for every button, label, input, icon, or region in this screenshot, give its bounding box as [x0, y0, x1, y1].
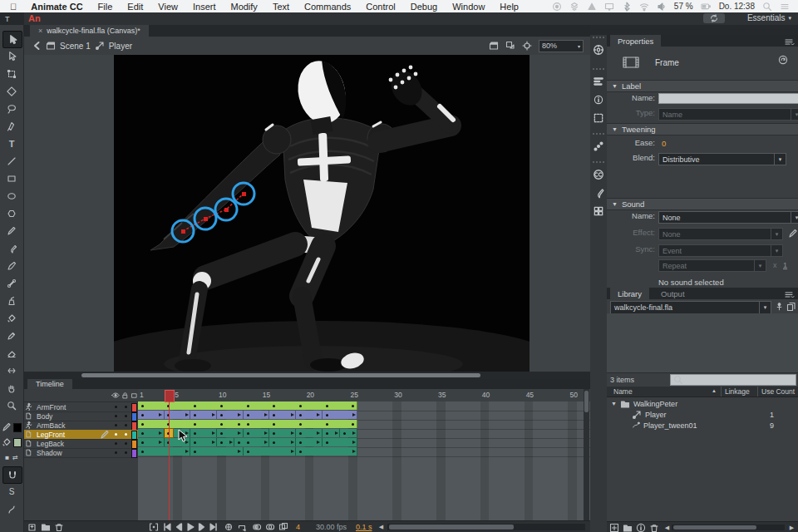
apple-menu-icon[interactable]:  — [0, 2, 23, 12]
dock-transform-icon[interactable] — [592, 111, 605, 125]
tool-gradient-transform[interactable] — [2, 83, 21, 99]
layer-row-shadow[interactable]: Shadow — [23, 448, 138, 458]
new-symbol-button[interactable] — [608, 523, 619, 532]
sort-asc-icon[interactable]: ▲ — [712, 388, 717, 393]
keyframe-dot[interactable] — [299, 414, 302, 416]
item-properties-button[interactable] — [635, 523, 646, 532]
smooth-option[interactable]: S — [2, 484, 21, 500]
edit-symbols-button[interactable] — [505, 41, 515, 51]
keyframe-dot[interactable] — [326, 405, 328, 407]
lock-dot[interactable] — [125, 406, 127, 408]
panel-menu-icon[interactable] — [784, 37, 795, 46]
scroll-thumb[interactable] — [389, 525, 514, 530]
visibility-dot[interactable] — [115, 451, 117, 454]
frames-body[interactable] — [138, 401, 590, 520]
stroke-color-swatch[interactable] — [13, 423, 22, 432]
expand-triangle-icon[interactable]: ▼ — [611, 401, 617, 406]
keyframe-dot[interactable] — [273, 432, 275, 435]
lock-dot[interactable] — [125, 451, 127, 454]
scroll-thumb[interactable] — [584, 391, 589, 412]
menu-item-file[interactable]: File — [91, 2, 121, 12]
tool-free-transform[interactable] — [2, 66, 21, 81]
frame-span[interactable] — [138, 429, 357, 437]
center-frame-indicator[interactable] — [148, 522, 159, 532]
tab-library[interactable]: Library — [610, 288, 649, 299]
keyframe-dot[interactable] — [194, 441, 196, 444]
dock-components-icon[interactable] — [592, 204, 605, 218]
center-frame-button[interactable] — [522, 41, 532, 51]
tool-pencil[interactable] — [2, 223, 21, 239]
tool-ink-bottle[interactable] — [2, 293, 21, 308]
back-button[interactable] — [32, 41, 42, 51]
screen-recorder-icon[interactable] — [552, 2, 562, 12]
keyframe-dot[interactable] — [299, 405, 302, 407]
keyframe-dot[interactable] — [352, 423, 354, 426]
column-divider[interactable] — [721, 387, 722, 397]
frame-span[interactable] — [138, 420, 357, 428]
menu-item-commands[interactable]: Commands — [297, 2, 358, 12]
lock-dot[interactable] — [125, 415, 127, 417]
pasteboard[interactable] — [23, 55, 590, 372]
new-folder-button[interactable] — [40, 522, 51, 532]
keyframe-dot[interactable] — [273, 405, 275, 407]
menu-item-view[interactable]: View — [150, 2, 185, 12]
tool-polystar[interactable] — [2, 205, 21, 221]
timeline-hscrollbar[interactable] — [387, 524, 585, 530]
swap-colors-icon[interactable]: ⇄ — [12, 454, 18, 461]
menu-item-window[interactable]: Window — [445, 2, 492, 12]
timeline-frames[interactable]: 15101520253035404550 — [138, 389, 590, 520]
tool-hand[interactable] — [2, 380, 21, 396]
pin-library-icon[interactable] — [775, 302, 784, 311]
timeline-vscrollbar[interactable] — [584, 389, 589, 520]
delete-layer-button[interactable] — [53, 522, 64, 532]
panel-menu-icon[interactable] — [784, 289, 795, 298]
keyframe-dot[interactable] — [326, 441, 328, 444]
keyframe-dot[interactable] — [194, 451, 196, 453]
fill-color-swatch[interactable] — [13, 438, 22, 447]
menu-item-insert[interactable]: Insert — [185, 2, 224, 12]
tool-selection[interactable] — [2, 31, 22, 48]
tool-bone[interactable] — [2, 275, 21, 291]
keyframe-dot[interactable] — [247, 414, 249, 416]
edit-scene-button[interactable] — [489, 41, 499, 51]
keyframe-dot[interactable] — [238, 441, 240, 444]
spotlight-icon[interactable] — [762, 2, 772, 12]
section-sound[interactable]: ▼ Sound — [607, 198, 798, 210]
visibility-dot[interactable] — [115, 442, 117, 445]
keyframe-dot[interactable] — [141, 451, 144, 453]
section-label[interactable]: ▼ Label — [607, 80, 798, 92]
layer-outline-swatch[interactable] — [131, 449, 137, 458]
keyframe-dot[interactable] — [326, 432, 328, 435]
visibility-dot[interactable] — [115, 406, 117, 408]
menu-item-debug[interactable]: Debug — [403, 2, 445, 12]
keyframe-dot[interactable] — [220, 414, 223, 416]
keyframe-dot[interactable] — [220, 441, 223, 444]
notification-center-icon[interactable] — [780, 2, 790, 12]
keyframe-dot[interactable] — [220, 423, 223, 426]
keyframe-dot[interactable] — [194, 423, 196, 426]
keyframe-dot[interactable] — [273, 414, 275, 416]
frame-span[interactable] — [138, 438, 357, 446]
col-linkage[interactable]: Linkage — [725, 387, 750, 396]
edit-effect-icon[interactable] — [788, 229, 798, 239]
snap-to-objects-toggle[interactable] — [2, 466, 22, 484]
delete-item-button[interactable] — [648, 523, 659, 532]
frame-span[interactable] — [138, 401, 357, 410]
edit-multiple-frames-button[interactable] — [278, 522, 288, 532]
col-use-count[interactable]: Use Count — [761, 387, 795, 396]
keyframe-dot[interactable] — [273, 423, 275, 426]
frame-name-input[interactable] — [658, 93, 798, 104]
keyframe-dot[interactable] — [220, 405, 223, 407]
new-folder-button[interactable] — [622, 523, 633, 532]
menu-item-help[interactable]: Help — [492, 2, 526, 12]
menu-item-text[interactable]: Text — [265, 2, 297, 12]
center-playhead-button[interactable] — [223, 522, 234, 532]
playhead-marker[interactable] — [165, 390, 175, 402]
visibility-dot[interactable] — [115, 424, 117, 426]
fill-color-row[interactable] — [2, 436, 22, 448]
go-to-last-frame-button[interactable] — [208, 522, 219, 532]
tool-zoom[interactable] — [2, 397, 21, 413]
dock-motion-presets-icon[interactable] — [592, 140, 605, 153]
frame-rate-value[interactable]: 30.00 fps — [316, 523, 347, 531]
frame-track-shadow[interactable] — [138, 447, 590, 457]
